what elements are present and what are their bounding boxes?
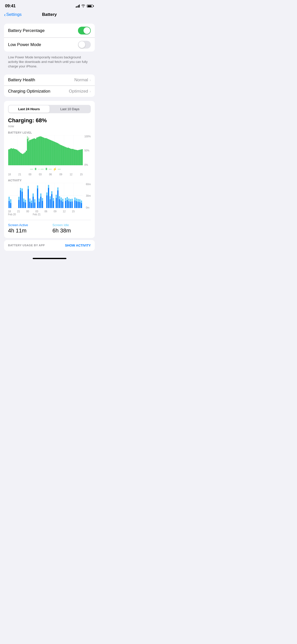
settings-card-battery-health: Battery Health Normal › Charging Optimiz… [4,74,95,97]
chart-card: Last 24 Hours Last 10 Days Charging: 68%… [4,101,95,238]
svg-rect-68 [74,149,75,165]
svg-rect-46 [48,139,49,165]
svg-rect-66 [71,149,72,165]
toggle-knob [83,27,90,34]
svg-rect-47 [49,140,50,165]
svg-rect-59 [63,146,64,165]
svg-rect-134 [61,200,62,208]
svg-rect-21 [21,153,22,165]
svg-rect-14 [13,148,14,165]
low-power-description: Low Power Mode temporarily reduces backg… [4,54,95,72]
screen-stats: Screen Active 4h 11m Screen Idle 6h 38m [8,220,91,234]
svg-rect-144 [70,202,71,208]
svg-rect-118 [46,195,48,208]
battery-usage-label: BATTERY USAGE BY APP [8,244,45,247]
svg-rect-150 [76,201,77,208]
svg-rect-119 [46,192,48,195]
svg-rect-75 [82,149,83,165]
svg-rect-133 [59,196,60,199]
svg-rect-86 [9,201,10,208]
time-period-tabs[interactable]: Last 24 Hours Last 10 Days [8,105,91,113]
svg-rect-115 [40,193,41,197]
svg-rect-44 [46,138,47,165]
svg-rect-31 [30,140,31,165]
svg-rect-65 [70,149,71,165]
activity-section: ACTIVITY [8,179,91,234]
tab-last-24-hours[interactable]: Last 24 Hours [9,105,50,113]
svg-rect-52 [55,142,56,165]
battery-percentage-toggle[interactable] [78,27,91,34]
svg-rect-55 [58,144,59,165]
screen-active-value: 4h 11m [8,227,47,234]
svg-rect-157 [81,200,82,203]
svg-rect-89 [10,199,11,203]
svg-rect-132 [59,199,60,208]
charging-title: Charging: 68% [8,117,91,124]
battery-health-label: Battery Health [8,77,35,83]
svg-rect-54 [57,143,58,165]
svg-rect-70 [76,150,77,165]
svg-rect-156 [81,203,82,208]
battery-x-labels: 18 21 00 03 06 09 12 15 [8,173,83,176]
svg-rect-122 [50,199,51,208]
svg-rect-19 [19,152,20,165]
svg-rect-23 [23,153,24,165]
svg-rect-69 [75,150,76,165]
low-power-mode-label: Low Power Mode [8,42,41,47]
home-indicator [0,256,99,263]
svg-rect-11 [10,149,11,165]
battery-chart-svg [8,135,83,165]
activity-y-labels: 60m 30m 0m [86,183,91,209]
chevron-right-icon: › [90,78,91,82]
activity-chart-area [8,183,83,209]
tab-last-10-days[interactable]: Last 10 Days [50,105,91,113]
svg-rect-106 [32,197,34,208]
date-labels: Feb 20 Feb 21 [8,213,83,216]
svg-rect-104 [31,203,32,208]
svg-rect-62 [67,148,68,165]
battery-health-row[interactable]: Battery Health Normal › [4,74,95,86]
screen-idle-label: Screen Idle [53,223,91,227]
low-power-mode-toggle[interactable] [78,41,91,49]
back-label: Settings [6,12,22,17]
svg-rect-146 [71,202,73,208]
svg-rect-57 [61,145,62,165]
svg-rect-29 [28,138,29,141]
svg-rect-140 [67,200,68,208]
svg-rect-135 [61,197,62,200]
svg-rect-136 [62,202,63,208]
svg-rect-64 [69,148,70,165]
back-button[interactable]: ‹ Settings [4,12,22,17]
svg-rect-39 [40,136,41,165]
svg-rect-124 [51,194,53,208]
svg-rect-17 [16,150,17,165]
svg-rect-128 [56,198,57,208]
charging-indicators: ― ⏸ ·· ― ⏸ ― ⚡ ― [8,167,83,171]
svg-rect-92 [20,190,21,208]
svg-rect-117 [42,198,43,201]
svg-rect-15 [14,149,15,165]
svg-rect-35 [35,139,36,165]
svg-rect-123 [50,196,51,199]
charging-optimization-row[interactable]: Charging Optimization Optimized › [4,86,95,97]
svg-rect-30 [29,140,30,165]
svg-rect-148 [74,200,76,208]
svg-rect-113 [39,198,40,202]
svg-rect-112 [39,202,40,208]
svg-rect-10 [8,149,9,165]
activity-chart-svg [8,183,83,208]
show-activity-button[interactable]: SHOW ACTIVITY [65,244,91,247]
svg-rect-93 [20,188,21,190]
svg-rect-125 [51,191,53,194]
svg-rect-100 [28,189,29,208]
svg-rect-20 [20,153,21,165]
battery-level-chart: 100% 50% 0% [8,135,91,166]
svg-rect-103 [29,198,30,202]
activity-x-labels: 18 21 00 03 06 09 12 15 [8,210,75,213]
svg-rect-91 [18,197,20,200]
battery-usage-bar: BATTERY USAGE BY APP SHOW ACTIVITY [4,240,95,251]
svg-rect-142 [68,201,69,208]
screen-active-stat: Screen Active 4h 11m [8,223,47,234]
activity-chart: 60m 30m 0m [8,183,91,209]
svg-rect-90 [18,200,20,208]
